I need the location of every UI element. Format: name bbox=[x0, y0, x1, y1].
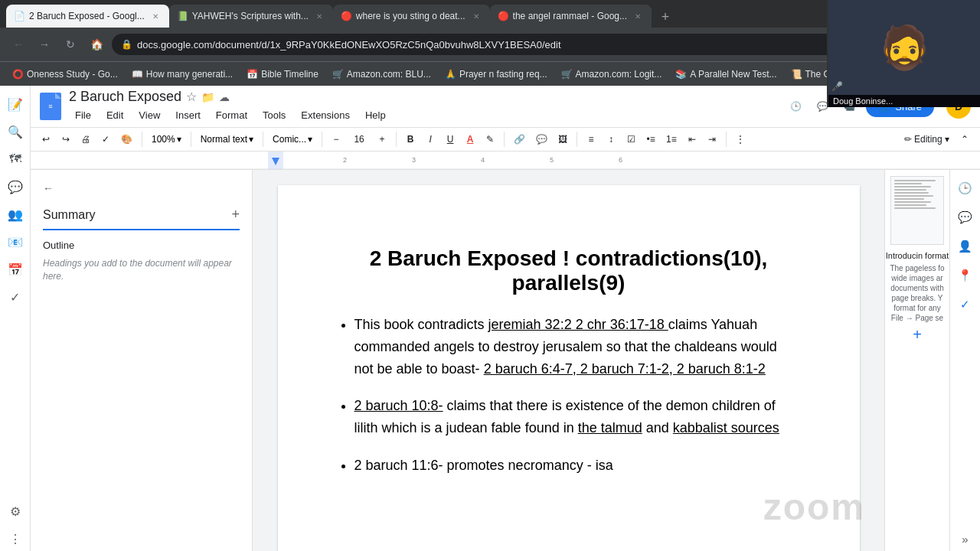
last-edit-button[interactable]: 🕒 bbox=[786, 96, 806, 116]
separator-2 bbox=[191, 132, 191, 147]
right-history-icon[interactable]: 🕒 bbox=[953, 176, 978, 201]
align-button[interactable]: ≡ bbox=[582, 129, 600, 149]
menu-extensions[interactable]: Extensions bbox=[295, 106, 356, 124]
underline-button[interactable]: U bbox=[441, 129, 459, 149]
comment-button[interactable]: 💬 bbox=[531, 129, 552, 149]
style-dropdown[interactable]: Normal text ▾ bbox=[196, 132, 258, 146]
tab-docs[interactable]: 📄 2 Baruch Exposed - Googl... ✕ bbox=[6, 5, 169, 28]
menu-file[interactable]: File bbox=[69, 106, 97, 124]
sidebar-chat-icon[interactable]: 💬 bbox=[3, 174, 28, 199]
italic-button[interactable]: I bbox=[421, 129, 439, 149]
menu-edit[interactable]: Edit bbox=[100, 106, 129, 124]
right-expand-icon[interactable]: » bbox=[953, 527, 978, 551]
paint-button[interactable]: 🎨 bbox=[116, 129, 137, 149]
tab-docs-close[interactable]: ✕ bbox=[149, 10, 162, 22]
sidebar-more-icon[interactable]: ⋮ bbox=[3, 527, 28, 551]
bullet-1-link-1[interactable]: jeremiah 32:2 2 chr 36:17-18 bbox=[488, 317, 668, 332]
outline-back-button[interactable]: ← bbox=[43, 182, 240, 194]
right-people-icon[interactable]: 👤 bbox=[953, 234, 978, 259]
back-button[interactable]: ← bbox=[8, 34, 29, 55]
tab-sting[interactable]: 🔴 where is you sting o deat... ✕ bbox=[333, 5, 490, 28]
right-comment-icon[interactable]: 💬 bbox=[953, 205, 978, 230]
bookmark-amazon-blu[interactable]: 🛒 Amazon.com: BLU... bbox=[326, 67, 437, 82]
bullet-2-link-3[interactable]: kabbalist sources bbox=[673, 420, 779, 435]
bookmark-generations[interactable]: 📖 How many generati... bbox=[126, 67, 239, 82]
font-size-input[interactable]: 16 bbox=[347, 129, 371, 149]
minimap-line bbox=[894, 204, 926, 206]
line-spacing-button[interactable]: ↕ bbox=[602, 129, 620, 149]
format-toolbar: ↩ ↪ 🖨 ✓ 🎨 100% ▾ Normal text ▾ Comic... … bbox=[31, 127, 980, 152]
bookmark-prayer[interactable]: 🙏 Prayer n fasting req... bbox=[439, 67, 554, 82]
sidebar-search-icon[interactable]: 🔍 bbox=[3, 119, 28, 144]
docs-title[interactable]: 2 Baruch Exposed bbox=[69, 89, 181, 105]
bullet-1-link-2[interactable]: 2 baruch 6:4-7, 2 baruch 7:1-2, 2 baruch… bbox=[484, 361, 766, 377]
video-overlay: 🧔 🎤 Doug Boninse... bbox=[827, 0, 980, 107]
image-button[interactable]: 🖼 bbox=[554, 129, 572, 149]
outline-title: Summary bbox=[43, 208, 95, 222]
font-size-decrease-button[interactable]: − bbox=[327, 129, 345, 149]
outline-description: Headings you add to the document will ap… bbox=[43, 257, 240, 283]
move-icon[interactable]: 📁 bbox=[201, 91, 214, 103]
spellcheck-button[interactable]: ✓ bbox=[96, 129, 115, 149]
menu-help[interactable]: Help bbox=[359, 106, 392, 124]
font-dropdown[interactable]: Comic... ▾ bbox=[268, 132, 317, 146]
outline-add-button[interactable]: + bbox=[231, 207, 240, 223]
sidebar-people-icon[interactable]: 👥 bbox=[3, 202, 28, 227]
redo-button[interactable]: ↪ bbox=[57, 129, 75, 149]
tab-angel-title: the angel rammael - Goog... bbox=[513, 11, 627, 21]
bold-button[interactable]: B bbox=[401, 129, 420, 149]
bookmark-parallel[interactable]: 📚 A Parallel New Test... bbox=[669, 67, 782, 82]
sidebar-docs-icon[interactable]: 📝 bbox=[3, 92, 28, 116]
forward-button[interactable]: → bbox=[34, 34, 55, 55]
tab-sting-close[interactable]: ✕ bbox=[470, 10, 482, 22]
expand-button[interactable]: ⌃ bbox=[956, 129, 974, 149]
number-list-button[interactable]: 1≡ bbox=[662, 129, 681, 149]
address-bar[interactable]: 🔒 docs.google.com/document/d/1x_9RPaY0Kk… bbox=[112, 34, 894, 55]
reload-button[interactable]: ↻ bbox=[60, 34, 81, 55]
undo-button[interactable]: ↩ bbox=[37, 129, 55, 149]
menu-tools[interactable]: Tools bbox=[256, 106, 292, 124]
bookmark-amazon-blu-favicon: 🛒 bbox=[332, 69, 344, 80]
bookmark-oneness[interactable]: ⭕ Oneness Study - Go... bbox=[6, 67, 124, 82]
more-tools-button[interactable]: ⋮ bbox=[731, 129, 750, 149]
outline-header: Summary + bbox=[43, 207, 240, 230]
right-maps-icon[interactable]: 📍 bbox=[953, 263, 978, 288]
sidebar-tasks-icon[interactable]: ✓ bbox=[3, 285, 28, 309]
tab-angel[interactable]: 🔴 the angel rammael - Goog... ✕ bbox=[490, 5, 652, 28]
bookmark-bible-timeline[interactable]: 📅 Bible Timeline bbox=[240, 67, 325, 82]
tab-bible[interactable]: 📗 YAHWEH's Scriptures with... ✕ bbox=[169, 5, 333, 28]
menu-view[interactable]: View bbox=[132, 106, 166, 124]
font-size-increase-button[interactable]: + bbox=[373, 129, 391, 149]
checklist-button[interactable]: ☑ bbox=[622, 129, 640, 149]
print-button[interactable]: 🖨 bbox=[77, 129, 95, 149]
bookmark-amazon-log[interactable]: 🛒 Amazon.com: Logit... bbox=[555, 67, 668, 82]
sidebar-settings-icon[interactable]: ⚙ bbox=[3, 499, 28, 523]
separator-3 bbox=[263, 132, 263, 147]
tab-docs-favicon: 📄 bbox=[14, 11, 24, 21]
menu-format[interactable]: Format bbox=[210, 106, 253, 124]
sidebar-maps-icon[interactable]: 🗺 bbox=[3, 147, 28, 171]
sidebar-calendar-icon[interactable]: 📅 bbox=[3, 257, 28, 282]
bullet-1-text-1: This book contradicts bbox=[354, 317, 488, 332]
sidebar-email-icon[interactable]: 📧 bbox=[3, 230, 28, 254]
bullet-2-link-1[interactable]: 2 baruch 10:8- bbox=[354, 398, 443, 413]
bullet-list-button[interactable]: •≡ bbox=[642, 129, 660, 149]
color-button[interactable]: A bbox=[461, 129, 479, 149]
new-tab-button[interactable]: + bbox=[655, 6, 676, 28]
tab-angel-close[interactable]: ✕ bbox=[632, 10, 644, 22]
highlight-button[interactable]: ✎ bbox=[481, 129, 499, 149]
editing-mode-button[interactable]: ✏ Editing ▾ bbox=[900, 129, 954, 149]
indent-increase-button[interactable]: ⇥ bbox=[703, 129, 721, 149]
home-button[interactable]: 🏠 bbox=[86, 34, 107, 55]
link-button[interactable]: 🔗 bbox=[509, 129, 530, 149]
right-check-icon[interactable]: ✓ bbox=[953, 292, 978, 317]
page-scroll-area[interactable]: 2 Baruch Exposed ! contradictions(10), p… bbox=[253, 170, 884, 551]
bullet-2-link-2[interactable]: the talmud bbox=[578, 420, 642, 435]
zoom-dropdown[interactable]: 100% ▾ bbox=[147, 132, 186, 146]
intro-panel-add[interactable]: + bbox=[913, 326, 922, 344]
star-icon[interactable]: ☆ bbox=[186, 90, 197, 104]
cloud-icon[interactable]: ☁ bbox=[219, 91, 230, 103]
menu-insert[interactable]: Insert bbox=[169, 106, 207, 124]
tab-bible-close[interactable]: ✕ bbox=[313, 10, 325, 22]
indent-decrease-button[interactable]: ⇤ bbox=[683, 129, 701, 149]
